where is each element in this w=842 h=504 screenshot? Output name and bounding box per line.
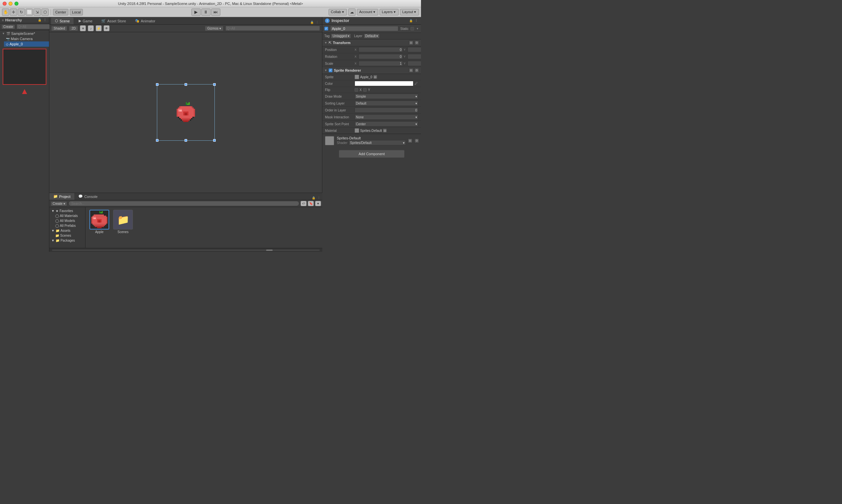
- scale-x-input[interactable]: [359, 61, 403, 66]
- handle-bottom-right[interactable]: [213, 139, 216, 142]
- material-picker-btn[interactable]: ◎: [383, 129, 387, 132]
- rotate-tool[interactable]: ↻: [18, 8, 25, 16]
- scale-tool[interactable]: ⇲: [34, 8, 41, 16]
- project-lock-btn[interactable]: 🔒: [311, 196, 316, 200]
- assetstore-tab[interactable]: 🛒 Asset Store: [97, 17, 130, 24]
- mask-interaction-dropdown[interactable]: None ▾: [355, 114, 418, 120]
- scene-lock-btn[interactable]: 🔒: [309, 20, 315, 24]
- static-checkbox[interactable]: [411, 27, 414, 31]
- scene-tab[interactable]: ⬡ Scene: [51, 17, 74, 24]
- sprite-renderer-header[interactable]: ▼ Sprite Renderer ⊞ ⚙: [322, 67, 421, 74]
- handle-bottom-mid[interactable]: [184, 139, 187, 142]
- cloud-button[interactable]: ☁: [348, 8, 356, 16]
- step-button[interactable]: ⏭: [211, 8, 220, 16]
- draw-mode-dropdown[interactable]: Simple ▾: [355, 94, 418, 99]
- layer-dropdown[interactable]: Default ▾: [364, 34, 380, 38]
- gameobject-active-toggle[interactable]: [324, 26, 328, 31]
- animator-tab[interactable]: 🎭 Animator: [130, 17, 160, 24]
- scenes-asset[interactable]: 📁 Scenes: [112, 210, 134, 234]
- project-tab[interactable]: 📁 Project: [49, 193, 74, 200]
- scale-y-input[interactable]: [408, 61, 421, 66]
- layers-button[interactable]: Layers ▾: [379, 9, 399, 15]
- scene-search-input[interactable]: [225, 26, 320, 31]
- local-button[interactable]: Local: [70, 9, 83, 15]
- material-copy-btn[interactable]: ⊞: [408, 139, 412, 143]
- sprite-picker-btn[interactable]: ◎: [373, 75, 377, 79]
- tree-item-samplescene[interactable]: ▼ 🎬 SampleScene*: [0, 31, 49, 36]
- all-materials-item[interactable]: ◯ All Materials: [49, 213, 85, 218]
- static-dropdown-btn[interactable]: ▾: [416, 26, 419, 31]
- custom-tool[interactable]: ⬡: [41, 8, 49, 16]
- close-button[interactable]: [3, 2, 6, 5]
- handle-top-right[interactable]: [213, 83, 216, 86]
- transform-settings-btn[interactable]: ⚙: [414, 40, 419, 45]
- center-button[interactable]: Center: [53, 9, 68, 15]
- scene-viewport[interactable]: [49, 32, 322, 193]
- assets-item[interactable]: ▼ 📁 Assets: [49, 228, 85, 233]
- tree-item-maincamera[interactable]: 📷 Main Camera: [4, 36, 49, 41]
- lighting-toggle[interactable]: ☀: [80, 25, 86, 31]
- color-swatch[interactable]: [355, 81, 413, 86]
- flip-x-checkbox[interactable]: [355, 88, 358, 92]
- material-settings-btn[interactable]: ⚙: [414, 139, 419, 143]
- handle-top-mid[interactable]: [184, 83, 187, 86]
- color-picker-icon[interactable]: 🖊: [414, 82, 418, 86]
- inspector-lock-btn[interactable]: 🔒: [409, 19, 413, 23]
- scenes-folder-item[interactable]: 📁 Scenes: [49, 233, 85, 238]
- transform-copy-btn[interactable]: ⊞: [409, 40, 413, 45]
- apple-asset[interactable]: Apple: [88, 210, 110, 234]
- minimize-button[interactable]: [8, 2, 13, 5]
- project-scrollbar[interactable]: [49, 248, 322, 252]
- all-prefabs-item[interactable]: ◯ All Prefabs: [49, 223, 85, 228]
- gameobject-name-field[interactable]: [330, 26, 398, 31]
- rotation-y-input[interactable]: [408, 54, 421, 59]
- move-tool[interactable]: ✛: [10, 8, 17, 16]
- play-button[interactable]: ▶: [192, 8, 201, 16]
- shading-dropdown[interactable]: Shaded: [51, 26, 67, 31]
- favorites-item[interactable]: ▼ ★ Favorites: [49, 209, 85, 213]
- scene-menu-btn[interactable]: ⋮: [315, 20, 319, 24]
- shader-dropdown[interactable]: Sprites/Default ▾: [348, 140, 406, 145]
- inspector-menu-btn[interactable]: ⋮: [414, 19, 418, 23]
- game-tab[interactable]: ▶ Game: [74, 17, 97, 24]
- maximize-button[interactable]: [15, 2, 18, 5]
- gizmos-button[interactable]: Gizmos ▾: [205, 26, 223, 31]
- project-create-button[interactable]: Create ▾: [51, 201, 67, 206]
- search-by-label-btn[interactable]: 🔖: [308, 201, 314, 206]
- hierarchy-lock-btn[interactable]: 🔒: [37, 18, 42, 22]
- hide-toggle[interactable]: 👁: [104, 25, 109, 31]
- sprite-renderer-settings-btn[interactable]: ⚙: [414, 68, 419, 73]
- all-models-item[interactable]: ◯ All Models: [49, 218, 85, 223]
- audio-toggle[interactable]: ♪: [88, 25, 94, 31]
- position-y-input[interactable]: [408, 47, 421, 52]
- rect-tool[interactable]: ⬜: [26, 8, 33, 16]
- order-in-layer-input[interactable]: [355, 108, 418, 113]
- hierarchy-menu-btn[interactable]: ⋮: [43, 18, 47, 22]
- add-component-button[interactable]: Add Component: [339, 150, 405, 158]
- rotation-x-input[interactable]: [359, 54, 403, 59]
- hierarchy-create-button[interactable]: Create: [1, 24, 15, 29]
- search-favorite-btn[interactable]: ★: [315, 201, 321, 206]
- layout-button[interactable]: Layout ▾: [400, 9, 419, 15]
- project-menu-btn[interactable]: ⋮: [317, 196, 321, 200]
- sprite-sort-point-dropdown[interactable]: Center ▾: [355, 121, 418, 127]
- handle-top-left[interactable]: [156, 83, 159, 86]
- effects-toggle[interactable]: ⚡: [96, 25, 102, 31]
- account-button[interactable]: Account ▾: [357, 9, 378, 15]
- search-by-type-btn[interactable]: 🏷: [301, 201, 307, 206]
- handle-bottom-left[interactable]: [156, 139, 159, 142]
- position-x-input[interactable]: [359, 47, 403, 52]
- sprite-renderer-enable-toggle[interactable]: [328, 68, 333, 72]
- hand-tool[interactable]: ✋: [2, 8, 9, 16]
- 2d-button[interactable]: 2D: [69, 26, 78, 31]
- tree-item-apple0[interactable]: ◇ Apple_0: [4, 41, 49, 47]
- flip-y-checkbox[interactable]: [363, 88, 367, 92]
- console-tab[interactable]: 💬 Console: [74, 193, 101, 200]
- scrollbar-thumb[interactable]: [266, 250, 273, 251]
- project-search-input[interactable]: [68, 201, 299, 206]
- sorting-layer-dropdown[interactable]: Default ▾: [355, 101, 418, 106]
- collab-button[interactable]: Collab ▾: [328, 9, 347, 15]
- transform-section-header[interactable]: ▼ ⇱ Transform ⊞ ⚙: [322, 39, 421, 46]
- selected-object[interactable]: [177, 102, 195, 123]
- pause-button[interactable]: ⏸: [201, 8, 211, 16]
